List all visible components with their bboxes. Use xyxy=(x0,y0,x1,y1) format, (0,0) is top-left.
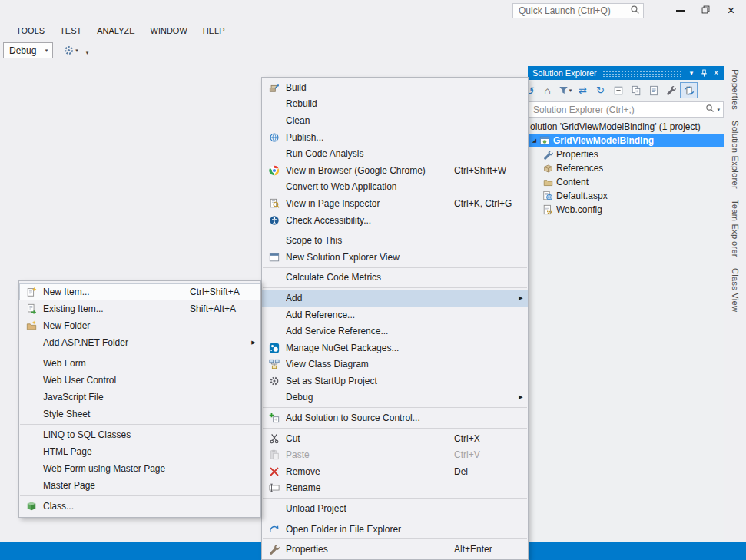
menubar-item-tools[interactable]: TOOLS xyxy=(8,22,52,39)
menu-item-clean[interactable]: Clean xyxy=(262,112,528,129)
side-tab-class-view[interactable]: Class View xyxy=(731,268,740,312)
menu-item-debug[interactable]: Debug▶ xyxy=(262,389,528,406)
menu-item-add-solution-to-source-control[interactable]: Add Solution to Source Control... xyxy=(262,409,528,426)
minimize-button[interactable] xyxy=(668,1,693,20)
browser-icon xyxy=(267,164,280,177)
tree-item-references[interactable]: References xyxy=(528,161,724,175)
solution-explorer-search-input[interactable]: Solution Explorer (Ctrl+;) ▾ xyxy=(529,101,724,118)
chevron-down-icon[interactable]: ▾ xyxy=(717,107,720,113)
menu-item-view-in-page-inspector[interactable]: View in Page InspectorCtrl+K, Ctrl+G xyxy=(262,195,528,212)
source-control-icon xyxy=(267,412,280,424)
existing-item-icon xyxy=(25,303,38,315)
toolbar-overflow-icon[interactable]: ▾ xyxy=(84,45,91,56)
menu-item-web-form[interactable]: Web Form xyxy=(19,355,260,372)
menu-item-class[interactable]: Class... xyxy=(19,498,260,515)
debug-configuration-combo[interactable]: Debug ▾ xyxy=(3,42,53,58)
menubar-item-window[interactable]: WINDOW xyxy=(143,22,195,39)
menu-item-label: Rebuild xyxy=(286,98,454,109)
menu-item-check-accessibility[interactable]: Check Accessibility... xyxy=(262,212,528,229)
menu-item-shortcut: Ctrl+V xyxy=(454,449,516,460)
menu-item-master-page[interactable]: Master Page xyxy=(19,477,260,494)
close-button[interactable]: × xyxy=(718,1,744,20)
menu-item-style-sheet[interactable]: Style Sheet xyxy=(19,406,260,422)
menu-item-new-solution-explorer-view[interactable]: New Solution Explorer View xyxy=(262,249,528,266)
tree-item-properties[interactable]: Properties xyxy=(528,147,724,161)
menu-item-rebuild[interactable]: Rebuild xyxy=(262,96,528,113)
menu-item-shortcut: Del xyxy=(454,466,516,477)
navigate-back-icon[interactable]: ↺ xyxy=(528,82,539,98)
menu-item-build[interactable]: Build xyxy=(262,79,528,96)
solution-explorer-tree: olution 'GridViewModelBinding' (1 projec… xyxy=(528,119,724,217)
solution-explorer-titlebar[interactable]: Solution Explorer ▾ × xyxy=(528,66,724,80)
menu-item-view-class-diagram[interactable]: View Class Diagram xyxy=(262,356,528,373)
menu-item-calculate-code-metrics[interactable]: Calculate Code Metrics xyxy=(262,270,528,287)
window-position-icon[interactable]: ▾ xyxy=(685,67,698,79)
menu-item-label: View in Page Inspector xyxy=(286,198,454,209)
wrench-icon[interactable] xyxy=(662,82,680,98)
menu-item-remove[interactable]: RemoveDel xyxy=(262,463,528,480)
menu-separator xyxy=(263,267,527,268)
menu-item-linq-to-sql-classes[interactable]: LINQ to SQL Classes xyxy=(19,426,260,443)
menubar-item-analyze[interactable]: ANALYZE xyxy=(89,22,142,39)
menu-item-convert-to-web-application[interactable]: Convert to Web Application xyxy=(262,179,528,196)
no-icon xyxy=(267,292,280,304)
menu-item-publish[interactable]: Publish... xyxy=(262,129,528,146)
restore-button[interactable] xyxy=(693,1,718,20)
menu-item-web-user-control[interactable]: Web User Control xyxy=(19,372,260,389)
refresh-icon[interactable]: ↻ xyxy=(592,82,609,98)
menu-item-properties[interactable]: PropertiesAlt+Enter xyxy=(262,541,528,558)
menu-item-add-service-reference[interactable]: Add Service Reference... xyxy=(262,323,528,340)
menu-item-javascript-file[interactable]: JavaScript File xyxy=(19,389,260,406)
side-tab-team-explorer[interactable]: Team Explorer xyxy=(731,200,740,257)
menubar-item-help[interactable]: HELP xyxy=(195,22,233,39)
menu-item-manage-nuget-packages[interactable]: Manage NuGet Packages... xyxy=(262,340,528,356)
menu-item-html-page[interactable]: HTML Page xyxy=(19,443,260,460)
references-icon xyxy=(542,162,554,174)
tree-item-olution-gridviewmodelbinding-1-project[interactable]: olution 'GridViewModelBinding' (1 projec… xyxy=(528,120,724,134)
menu-item-add[interactable]: Add▶ xyxy=(262,290,528,307)
submenu-arrow-icon: ▶ xyxy=(248,340,259,346)
pin-icon[interactable] xyxy=(698,67,710,79)
menu-item-new-folder[interactable]: New Folder xyxy=(19,317,260,334)
menu-item-run-code-analysis[interactable]: Run Code Analysis xyxy=(262,145,528,162)
quick-launch-box[interactable]: Quick Launch (Ctrl+Q) xyxy=(512,3,644,18)
properties-page-icon[interactable] xyxy=(645,82,662,98)
menu-item-web-form-using-master-page[interactable]: Web Form using Master Page xyxy=(19,460,260,477)
show-all-files-icon[interactable] xyxy=(627,82,645,98)
menu-item-existing-item[interactable]: Existing Item...Shift+Alt+A xyxy=(19,300,260,317)
menu-item-rename[interactable]: Rename xyxy=(262,480,528,497)
menu-item-set-as-startup-project[interactable]: Set as StartUp Project xyxy=(262,373,528,389)
menu-item-shortcut: Ctrl+X xyxy=(454,433,516,444)
menu-item-unload-project[interactable]: Unload Project xyxy=(262,500,528,517)
menu-item-new-item[interactable]: New Item...Ctrl+Shift+A xyxy=(19,283,260,300)
gear-icon[interactable]: ▾ xyxy=(63,42,78,59)
tree-item-content[interactable]: Content xyxy=(528,175,724,189)
collapse-all-icon[interactable] xyxy=(609,82,627,98)
tree-item-default-aspx[interactable]: Default.aspx xyxy=(528,189,724,203)
submenu-arrow-icon: ▶ xyxy=(516,295,526,301)
expander-icon[interactable]: ◢ xyxy=(530,138,539,144)
side-tab-solution-explorer[interactable]: Solution Explorer xyxy=(731,121,740,189)
no-icon xyxy=(25,357,38,369)
menubar-item-test[interactable]: TEST xyxy=(52,22,89,39)
menu-item-cut[interactable]: CutCtrl+X xyxy=(262,430,528,447)
switch-views-icon[interactable]: ▾ xyxy=(556,82,574,98)
menu-item-label: Add Reference... xyxy=(286,310,454,320)
menu-item-scope-to-this[interactable]: Scope to This xyxy=(262,232,528,249)
home-icon[interactable]: ⌂ xyxy=(539,82,556,98)
menu-item-open-folder-in-file-explorer[interactable]: Open Folder in File Explorer xyxy=(262,521,528,538)
menu-item-view-in-browser-google-chrome[interactable]: View in Browser (Google Chrome)Ctrl+Shif… xyxy=(262,162,528,179)
preview-selected-icon[interactable] xyxy=(680,82,698,98)
new-view-icon xyxy=(267,251,280,263)
menu-item-paste[interactable]: PasteCtrl+V xyxy=(262,446,528,463)
menu-item-add-reference[interactable]: Add Reference... xyxy=(262,307,528,323)
sync-icon[interactable]: ⇄ xyxy=(574,82,592,98)
no-icon xyxy=(25,446,38,458)
menu-separator xyxy=(20,424,260,425)
close-icon[interactable]: × xyxy=(710,67,722,79)
tree-item-web-config[interactable]: Web.config xyxy=(528,203,724,217)
tree-item-gridviewmodelbinding[interactable]: ◢GridViewModelBinding xyxy=(528,134,724,147)
window-controls: × xyxy=(668,1,744,20)
side-tab-properties[interactable]: Properties xyxy=(731,69,740,110)
menu-item-add-asp-net-folder[interactable]: Add ASP.NET Folder▶ xyxy=(19,334,260,351)
